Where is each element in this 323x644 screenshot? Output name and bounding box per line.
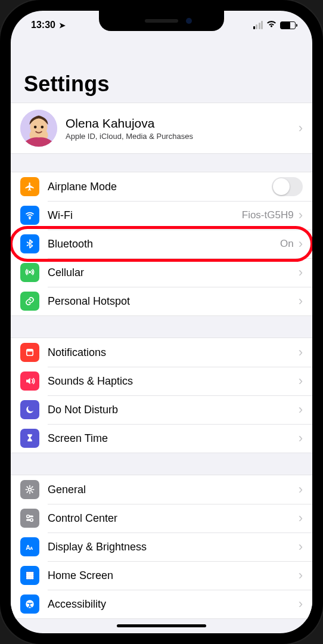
wifi-status-icon bbox=[266, 20, 277, 30]
svg-rect-32 bbox=[32, 578, 33, 579]
svg-point-34 bbox=[29, 601, 30, 602]
row-label: General bbox=[48, 484, 299, 496]
antenna-icon bbox=[20, 263, 39, 282]
svg-rect-24 bbox=[32, 574, 33, 575]
svg-rect-18 bbox=[29, 572, 30, 574]
apple-id-row[interactable]: Olena Kahujova Apple ID, iCloud, Media &… bbox=[11, 103, 312, 153]
row-accessibility[interactable]: Accessibility› bbox=[11, 590, 312, 618]
svg-rect-28 bbox=[32, 576, 33, 577]
profile-name: Olena Kahujova bbox=[66, 116, 299, 131]
switches-icon bbox=[20, 509, 39, 528]
profile-subtitle: Apple ID, iCloud, Media & Purchases bbox=[66, 132, 299, 141]
svg-point-5 bbox=[29, 218, 30, 219]
chevron-right-icon: › bbox=[299, 403, 303, 416]
row-detail: Fios-tG5H9 bbox=[242, 209, 294, 221]
accessibility-icon bbox=[20, 595, 39, 614]
text-size-icon: AA bbox=[20, 537, 39, 556]
row-home-screen[interactable]: Home Screen› bbox=[11, 561, 312, 590]
chevron-right-icon: › bbox=[299, 346, 303, 359]
chevron-right-icon: › bbox=[299, 122, 303, 135]
svg-point-4 bbox=[41, 126, 44, 129]
row-airplane-mode[interactable]: Airplane Mode bbox=[11, 172, 312, 201]
svg-rect-25 bbox=[27, 576, 28, 577]
chevron-right-icon: › bbox=[299, 374, 303, 388]
row-label: Notifications bbox=[48, 346, 299, 359]
chevron-right-icon: › bbox=[299, 295, 303, 308]
chevron-right-icon: › bbox=[299, 483, 303, 496]
row-label: Control Center bbox=[48, 512, 299, 525]
row-label: Bluetooth bbox=[48, 238, 280, 250]
notch bbox=[99, 11, 224, 31]
grid-icon bbox=[20, 566, 39, 585]
home-indicator[interactable] bbox=[117, 624, 206, 627]
row-label: Cellular bbox=[48, 267, 299, 279]
svg-rect-26 bbox=[29, 576, 30, 577]
chevron-right-icon: › bbox=[299, 209, 303, 222]
chevron-right-icon: › bbox=[299, 597, 303, 611]
bell-icon bbox=[20, 343, 39, 362]
row-sounds-haptics[interactable]: Sounds & Haptics› bbox=[11, 367, 312, 395]
row-general[interactable]: General› bbox=[11, 475, 312, 504]
row-label: Sounds & Haptics bbox=[48, 375, 299, 388]
status-time: 13:30 bbox=[31, 20, 55, 30]
screen: 13:30 ➤ Settings bbox=[11, 11, 312, 633]
svg-rect-29 bbox=[27, 578, 28, 579]
location-services-icon: ➤ bbox=[59, 21, 66, 30]
moon-icon bbox=[20, 400, 39, 419]
row-label: Do Not Disturb bbox=[48, 404, 299, 416]
speaker-icon bbox=[20, 371, 39, 391]
settings-group: Airplane ModeWi-FiFios-tG5H9›BluetoothOn… bbox=[11, 172, 312, 316]
row-detail: On bbox=[280, 238, 294, 250]
row-screen-time[interactable]: Screen Time› bbox=[11, 424, 312, 453]
row-label: Home Screen bbox=[48, 569, 299, 582]
row-do-not-disturb[interactable]: Do Not Disturb› bbox=[11, 395, 312, 424]
chevron-right-icon: › bbox=[299, 569, 303, 582]
svg-rect-23 bbox=[30, 574, 32, 575]
device-frame: 13:30 ➤ Settings bbox=[0, 0, 323, 644]
cellular-signal-icon bbox=[253, 21, 263, 29]
chevron-right-icon: › bbox=[299, 237, 303, 250]
svg-rect-31 bbox=[30, 578, 32, 579]
settings-group: Notifications›Sounds & Haptics›Do Not Di… bbox=[11, 338, 312, 453]
chevron-right-icon: › bbox=[299, 266, 303, 279]
gear-icon bbox=[20, 480, 39, 499]
svg-rect-17 bbox=[27, 572, 28, 574]
svg-rect-27 bbox=[30, 576, 32, 577]
battery-icon bbox=[280, 21, 296, 29]
chevron-right-icon: › bbox=[299, 512, 303, 525]
row-cellular[interactable]: Cellular› bbox=[11, 258, 312, 287]
row-label: Wi-Fi bbox=[48, 209, 242, 222]
bluetooth-icon bbox=[20, 234, 39, 253]
link-icon bbox=[20, 292, 39, 311]
profile-group: Olena Kahujova Apple ID, iCloud, Media &… bbox=[11, 103, 312, 154]
row-notifications[interactable]: Notifications› bbox=[11, 338, 312, 367]
svg-point-11 bbox=[27, 515, 30, 518]
row-bluetooth[interactable]: BluetoothOn› bbox=[11, 230, 312, 258]
svg-rect-22 bbox=[29, 574, 30, 575]
svg-rect-20 bbox=[32, 572, 33, 574]
row-label: Display & Brightness bbox=[48, 541, 299, 553]
chevron-right-icon: › bbox=[299, 432, 303, 445]
wifi-icon bbox=[20, 206, 39, 225]
airplane-mode-toggle[interactable] bbox=[272, 177, 303, 196]
airplane-icon bbox=[20, 177, 39, 196]
chevron-right-icon: › bbox=[299, 540, 303, 553]
row-control-center[interactable]: Control Center› bbox=[11, 504, 312, 532]
content-scroll[interactable]: Settings bbox=[11, 39, 312, 633]
hourglass-icon bbox=[20, 429, 39, 448]
row-display-brightness[interactable]: AADisplay & Brightness› bbox=[11, 532, 312, 561]
svg-point-13 bbox=[30, 519, 33, 522]
svg-rect-19 bbox=[30, 572, 32, 574]
row-label: Screen Time bbox=[48, 432, 299, 445]
settings-group: General›Control Center›AADisplay & Brigh… bbox=[11, 475, 312, 619]
page-title: Settings bbox=[11, 39, 312, 103]
svg-point-6 bbox=[29, 271, 31, 273]
avatar bbox=[20, 110, 57, 147]
svg-text:A: A bbox=[30, 546, 33, 551]
svg-rect-30 bbox=[29, 578, 30, 579]
row-label: Airplane Mode bbox=[48, 181, 272, 193]
row-personal-hotspot[interactable]: Personal Hotspot› bbox=[11, 287, 312, 315]
svg-point-3 bbox=[34, 126, 37, 129]
row-label: Personal Hotspot bbox=[48, 295, 299, 308]
row-wifi[interactable]: Wi-FiFios-tG5H9› bbox=[11, 201, 312, 230]
